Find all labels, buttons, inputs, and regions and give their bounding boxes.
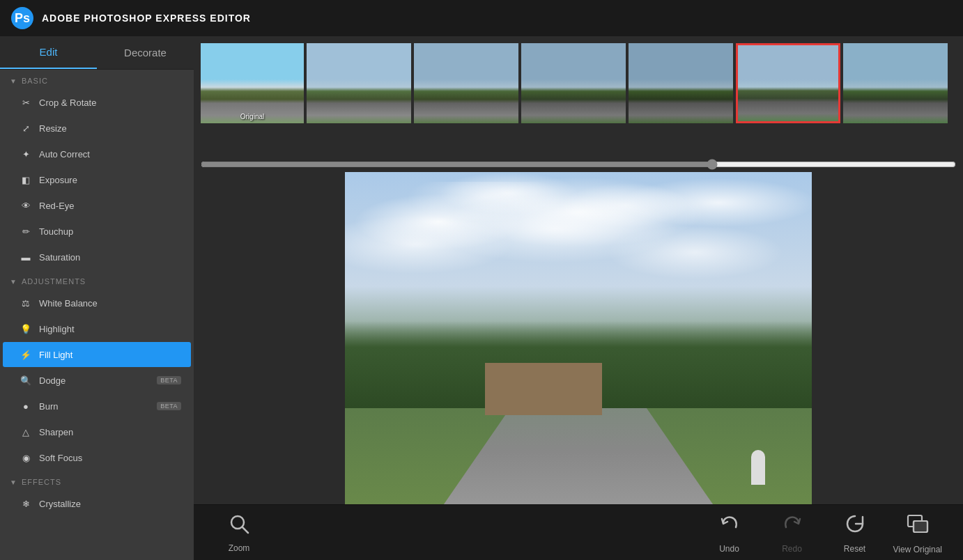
top-bar: Ps ADOBE PHOTOSHOP EXPRESS EDITOR [0, 0, 963, 36]
sidebar-item-label: Crop & Rotate [39, 98, 96, 108]
app-logo: Ps [11, 7, 33, 29]
ground-layer [345, 391, 812, 505]
reset-label: Reset [844, 544, 865, 554]
section-adjustments-label: ADJUSTMENTS [22, 277, 86, 286]
building-layer [485, 363, 602, 415]
sidebar-item-label: White Balance [39, 298, 98, 309]
crop-rotate-icon: ✂ [20, 96, 32, 109]
sidebar-item-label: Resize [39, 123, 67, 134]
sidebar-item-dodge[interactable]: 🔍 Dodge BETA [3, 368, 191, 393]
exposure-icon: ◧ [20, 173, 32, 186]
main-layout: Edit Decorate ▼ BASIC ✂ Crop & Rotate ⤢ … [0, 36, 963, 560]
sidebar-item-label: Red-Eye [39, 201, 75, 211]
view-original-button[interactable]: View Original [893, 511, 942, 554]
sidebar-item-label: Touchup [39, 226, 73, 237]
undo-icon [718, 512, 741, 540]
section-effects-arrow: ▼ [10, 479, 17, 486]
dodge-icon: 🔍 [20, 374, 32, 387]
app-title: ADOBE PHOTOSHOP EXPRESS EDITOR [42, 13, 251, 24]
saturation-icon: ▬ [20, 251, 32, 263]
zoom-button[interactable]: Zoom [215, 513, 263, 553]
touchup-icon: ✏ [20, 225, 32, 238]
content-area: Original [194, 36, 963, 560]
filmstrip-slider-input[interactable] [201, 159, 956, 170]
red-eye-icon: 👁 [20, 199, 32, 212]
main-photo [345, 172, 812, 504]
reset-icon [843, 512, 867, 540]
filmstrip-thumb-4[interactable] [629, 43, 733, 123]
filmstrip-thumb-2[interactable] [414, 43, 518, 123]
tree-layer [345, 321, 812, 408]
fill-light-icon: ⚡ [20, 348, 32, 361]
section-basic-arrow: ▼ [10, 77, 17, 85]
section-adjustments-arrow: ▼ [10, 278, 17, 286]
soft-focus-icon: ◉ [20, 451, 32, 464]
sidebar-item-touchup[interactable]: ✏ Touchup [3, 219, 191, 244]
crystallize-icon: ❄ [20, 497, 32, 510]
white-balance-icon: ⚖ [20, 297, 32, 309]
highlight-icon: 💡 [20, 322, 32, 335]
sidebar-item-label: Highlight [39, 324, 75, 334]
dodge-badge: BETA [157, 376, 181, 384]
sharpen-icon: △ [20, 426, 32, 438]
sidebar-item-fill-light[interactable]: ⚡ Fill Light [3, 342, 191, 367]
sidebar-item-exposure[interactable]: ◧ Exposure [3, 167, 191, 192]
undo-label: Undo [719, 544, 739, 554]
reset-button[interactable]: Reset [831, 512, 879, 554]
tab-edit[interactable]: Edit [0, 36, 97, 69]
tab-decorate[interactable]: Decorate [97, 36, 194, 69]
sidebar-item-saturation[interactable]: ▬ Saturation [3, 244, 191, 270]
sidebar-item-crop-rotate[interactable]: ✂ Crop & Rotate [3, 90, 191, 115]
burn-badge: BETA [157, 402, 181, 410]
filmstrip-scroll: Original [201, 43, 956, 155]
filmstrip-thumb-3[interactable] [521, 43, 626, 123]
sidebar-item-label: Burn [39, 401, 58, 412]
zoom-label: Zoom [229, 543, 250, 553]
sidebar-item-sharpen[interactable]: △ Sharpen [3, 419, 191, 444]
sidebar-item-label: Fill Light [39, 350, 72, 360]
sidebar-item-crystallize[interactable]: ❄ Crystallize [3, 491, 191, 516]
section-adjustments: ▼ ADJUSTMENTS [0, 270, 194, 290]
filmstrip-thumb-6[interactable] [843, 43, 948, 123]
sidebar-item-burn[interactable]: ● Burn BETA [3, 394, 191, 419]
sidebar-item-highlight[interactable]: 💡 Highlight [3, 316, 191, 341]
section-basic: ▼ BASIC [0, 70, 194, 89]
sidebar-tabs: Edit Decorate [0, 36, 194, 70]
redo-button[interactable]: Redo [768, 512, 817, 554]
bottom-toolbar: Zoom Undo Redo [194, 504, 963, 560]
undo-button[interactable]: Undo [705, 512, 754, 554]
road-layer [438, 391, 718, 505]
view-original-label: View Original [893, 545, 942, 554]
sidebar-content: ▼ BASIC ✂ Crop & Rotate ⤢ Resize ✦ Auto … [0, 70, 194, 560]
section-basic-label: BASIC [22, 77, 48, 85]
filmstrip: Original [194, 36, 963, 172]
sidebar-item-auto-correct[interactable]: ✦ Auto Correct [3, 141, 191, 166]
sidebar-item-soft-focus[interactable]: ◉ Soft Focus [3, 445, 191, 470]
sidebar-item-white-balance[interactable]: ⚖ White Balance [3, 290, 191, 316]
filmstrip-slider [201, 159, 956, 170]
section-effects-label: EFFECTS [22, 478, 61, 486]
sidebar-item-label: Saturation [39, 252, 80, 263]
filmstrip-thumb-original[interactable]: Original [201, 43, 304, 123]
sidebar-item-label: Sharpen [39, 427, 73, 437]
filmstrip-thumb-5[interactable] [736, 43, 840, 123]
redo-label: Redo [782, 544, 802, 554]
sidebar-item-red-eye[interactable]: 👁 Red-Eye [3, 193, 191, 218]
redo-icon [780, 512, 804, 540]
svg-rect-3 [914, 521, 927, 532]
filmstrip-thumb-label: Original [240, 113, 264, 120]
cloud-layer [345, 182, 812, 339]
sidebar-item-label: Exposure [39, 175, 77, 185]
section-effects: ▼ EFFECTS [0, 471, 194, 490]
sidebar: Edit Decorate ▼ BASIC ✂ Crop & Rotate ⤢ … [0, 36, 194, 560]
burn-icon: ● [20, 400, 32, 412]
sidebar-item-label: Soft Focus [39, 453, 82, 463]
filmstrip-thumb-1[interactable] [307, 43, 411, 123]
sidebar-item-label: Auto Correct [39, 149, 90, 160]
main-image-area [194, 172, 963, 504]
resize-icon: ⤢ [20, 122, 32, 134]
sidebar-item-resize[interactable]: ⤢ Resize [3, 116, 191, 141]
sidebar-item-label: Crystallize [39, 499, 81, 509]
zoom-icon [228, 513, 250, 540]
auto-correct-icon: ✦ [20, 148, 32, 160]
